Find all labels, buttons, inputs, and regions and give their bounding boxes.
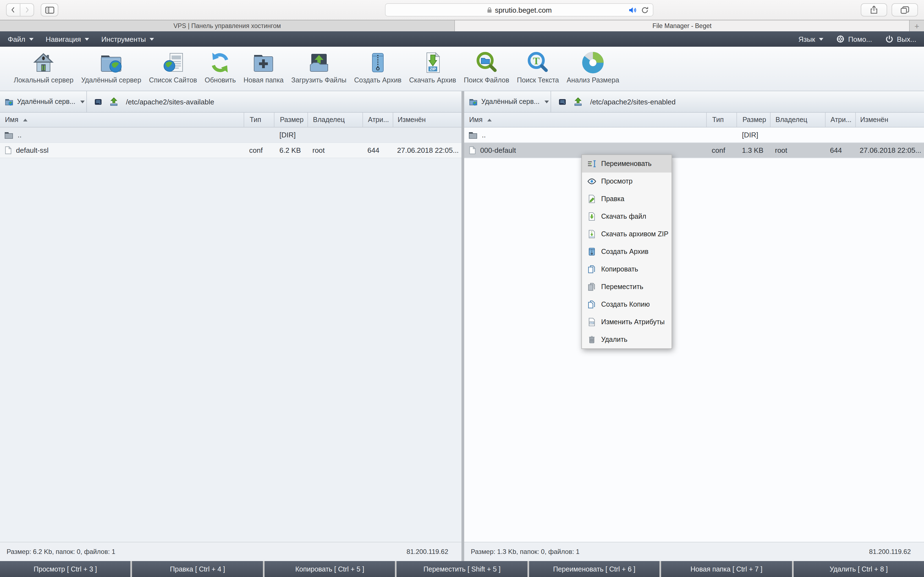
- tool-label: Загрузить Файлы: [291, 76, 347, 84]
- fn-delete-button[interactable]: Удалить [ Ctrl + 8 ]: [793, 561, 924, 577]
- toolbar-create-archive[interactable]: Создать Архив: [354, 47, 402, 84]
- context-download-zip[interactable]: Скачать архивом ZIP: [582, 225, 672, 243]
- duplicate-icon: [587, 300, 596, 309]
- fn-edit-button[interactable]: Правка [ Ctrl + 4 ]: [132, 561, 263, 577]
- server-label: Удалённый серв...: [17, 98, 75, 105]
- toolbar-download-archive[interactable]: ZIP Скачать Архив: [409, 47, 456, 84]
- right-server-ip: 81.200.119.62: [869, 548, 911, 556]
- column-header-modified[interactable]: Изменён: [393, 113, 462, 127]
- remote-folder-icon: [469, 98, 477, 106]
- browser-chrome: sprutio.beget.com: [0, 0, 924, 20]
- tool-label: Создать Архив: [354, 76, 402, 84]
- context-change-attributes[interactable]: 755 Изменить Атрибуты: [582, 313, 672, 331]
- left-pathbar: Удалённый серв... /etc/apache2/sites-ava…: [0, 91, 462, 113]
- context-create-archive[interactable]: Создать Архив: [582, 243, 672, 261]
- disk-icon[interactable]: [558, 98, 567, 106]
- new-folder-icon: [251, 50, 276, 75]
- toolbar-search-text[interactable]: T Поиск Текста: [517, 47, 559, 84]
- column-header-type[interactable]: Тип: [706, 113, 737, 127]
- folder-icon: [468, 131, 477, 139]
- edit-icon: [587, 195, 596, 203]
- sidebar-toggle-button[interactable]: [41, 3, 58, 16]
- fn-move-button[interactable]: Переместить [ Shift + 5 ]: [397, 561, 527, 577]
- new-tab-button[interactable]: +: [909, 20, 924, 31]
- trash-icon: [587, 335, 596, 344]
- go-up-icon[interactable]: [110, 97, 118, 106]
- tab-vps[interactable]: VPS | Панель управления хостингом: [0, 20, 455, 31]
- toolbar-search-files[interactable]: Поиск Файлов: [464, 47, 509, 84]
- tool-label: Анализ Размера: [567, 76, 619, 84]
- left-file-list: .. [DIR] default-ssl conf 6.2 KB root 64…: [0, 127, 462, 542]
- context-delete[interactable]: Удалить: [582, 331, 672, 348]
- toolbar-refresh[interactable]: Обновить: [205, 47, 236, 84]
- refresh-icon: [208, 50, 233, 75]
- context-view[interactable]: Просмотр: [582, 172, 672, 190]
- column-header-owner[interactable]: Владелец: [307, 113, 362, 127]
- toolbar-upload-files[interactable]: Загрузить Файлы: [291, 47, 347, 84]
- server-label: Удалённый серв...: [481, 98, 540, 105]
- context-download-file[interactable]: Скачать файл: [582, 208, 672, 225]
- tool-label: Список Сайтов: [149, 76, 197, 84]
- fn-copy-button[interactable]: Копировать [ Ctrl + 5 ]: [265, 561, 395, 577]
- remote-folder-icon: [5, 98, 13, 106]
- go-up-icon[interactable]: [573, 97, 582, 106]
- address-bar[interactable]: sprutio.beget.com: [385, 3, 653, 16]
- tab-file-manager[interactable]: File Manager - Beget: [455, 20, 909, 31]
- fn-view-button[interactable]: Просмотр [ Ctrl + 3 ]: [0, 561, 131, 577]
- function-bar: Просмотр [ Ctrl + 3 ] Правка [ Ctrl + 4 …: [0, 561, 924, 577]
- context-rename[interactable]: Переименовать: [582, 155, 672, 172]
- menu-tools[interactable]: Инструменты: [101, 35, 154, 43]
- file-row-selected[interactable]: 000-default conf 1.3 KB root 644 27.06.2…: [464, 143, 924, 158]
- column-header-owner[interactable]: Владелец: [770, 113, 825, 127]
- remote-server-icon: [99, 50, 123, 75]
- tab-overview-button[interactable]: [892, 3, 918, 16]
- left-server-select[interactable]: Удалённый серв...: [0, 91, 87, 112]
- app-menubar: Файл Навигация Инструменты Язык Помо... …: [0, 31, 924, 47]
- chevron-down-icon: [80, 100, 85, 103]
- toolbar-size-analysis[interactable]: Анализ Размера: [567, 47, 619, 84]
- pane-divider[interactable]: [462, 91, 464, 561]
- context-copy[interactable]: Копировать: [582, 261, 672, 278]
- back-button[interactable]: [6, 3, 20, 16]
- left-status-text: Размер: 6.2 Kb, папок: 0, файлов: 1: [6, 548, 115, 556]
- parent-dir-row[interactable]: .. [DIR]: [0, 127, 462, 143]
- column-header-size[interactable]: Размер: [274, 113, 307, 127]
- sort-asc-icon: [23, 118, 28, 121]
- fn-rename-button[interactable]: Переименовать [ Ctrl + 6 ]: [529, 561, 659, 577]
- column-header-size[interactable]: Размер: [737, 113, 770, 127]
- audio-icon[interactable]: [628, 6, 637, 13]
- column-header-type[interactable]: Тип: [244, 113, 274, 127]
- column-header-attrs[interactable]: Атри...: [825, 113, 855, 127]
- sidebar-icon: [45, 6, 54, 13]
- menu-exit[interactable]: Вых...: [885, 35, 916, 43]
- svg-text:ZIP: ZIP: [430, 67, 436, 71]
- toolbar-site-list[interactable]: Список Сайтов: [149, 47, 197, 84]
- fn-new-folder-button[interactable]: Новая папка [ Ctrl + 7 ]: [661, 561, 792, 577]
- reload-icon[interactable]: [641, 6, 648, 13]
- column-header-name[interactable]: Имя: [0, 113, 244, 127]
- sort-asc-icon: [488, 118, 492, 121]
- toolbar-remote-server[interactable]: Удалённый сервер: [81, 47, 141, 84]
- context-move[interactable]: Переместить: [582, 278, 672, 296]
- copy-icon: [587, 265, 596, 274]
- column-header-name[interactable]: Имя: [464, 113, 706, 127]
- disk-icon[interactable]: [94, 98, 103, 106]
- share-button[interactable]: [861, 3, 887, 16]
- eye-icon: [587, 177, 596, 186]
- right-server-select[interactable]: Удалённый серв...: [464, 91, 551, 112]
- toolbar-new-folder[interactable]: Новая папка: [244, 47, 284, 84]
- context-edit[interactable]: Правка: [582, 190, 672, 208]
- menu-navigation[interactable]: Навигация: [46, 35, 89, 43]
- forward-button[interactable]: [20, 3, 34, 16]
- right-statusbar: Размер: 1.3 Kb, папок: 0, файлов: 1 81.2…: [464, 542, 924, 561]
- file-row[interactable]: default-ssl conf 6.2 KB root 644 27.06.2…: [0, 143, 462, 158]
- column-header-modified[interactable]: Изменён: [855, 113, 924, 127]
- menu-file[interactable]: Файл: [8, 35, 34, 43]
- menu-language[interactable]: Язык: [798, 35, 823, 43]
- column-header-attrs[interactable]: Атри...: [362, 113, 393, 127]
- menu-help[interactable]: Помо...: [837, 35, 872, 43]
- context-duplicate[interactable]: Создать Копию: [582, 296, 672, 313]
- toolbar-local-server[interactable]: Локальный сервер: [14, 47, 73, 84]
- archive-icon: [587, 247, 596, 256]
- parent-dir-row[interactable]: .. [DIR]: [464, 127, 924, 143]
